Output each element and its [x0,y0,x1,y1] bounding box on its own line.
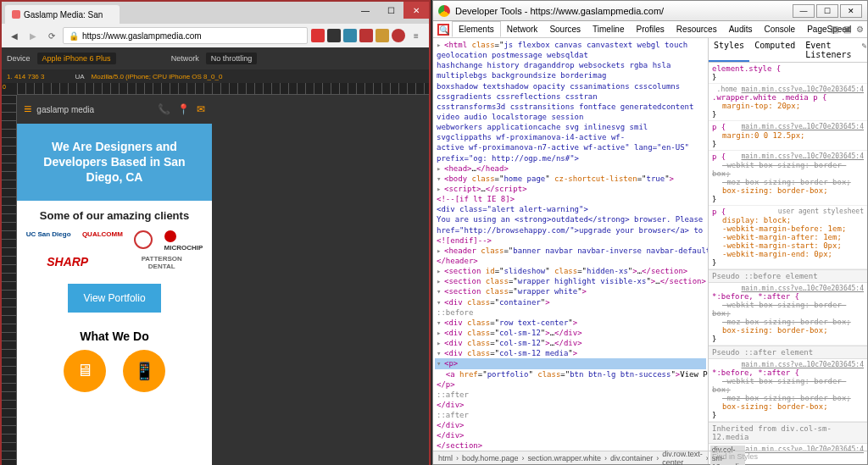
site-navbar: ≡ gaslamp media 📞 📍 ✉ [17,95,212,124]
find-in-styles-input[interactable]: Find in Styles [708,451,867,464]
device-info-bar: 1. 414 736 3 UA Mozilla/5.0 (iPhone; CPU… [2,69,429,83]
tab-sources[interactable]: Sources [543,22,587,36]
dt-close-button[interactable]: ✕ [840,4,862,18]
drawer-toggle-icon[interactable]: ▤ [831,25,838,34]
close-button[interactable]: ✕ [403,2,429,19]
ruler-origin: 0 [2,83,17,95]
mail-icon[interactable]: ✉ [197,103,205,115]
crumb[interactable]: div.container [609,454,654,462]
inspect-button-highlight[interactable]: 🔍 [437,24,449,36]
devtools-titlebar: Developer Tools - https://www.gaslampmed… [433,1,867,21]
new-rule-icon[interactable]: ✎ [861,41,866,59]
src-link[interactable]: main.min.css?ve…10c70e203645:4 [742,123,865,130]
mobile-viewport: ≡ gaslamp media 📞 📍 ✉ We Are Designers a… [17,95,212,465]
styles-tabs: Styles Computed Event Listeners ✎+≡ [709,38,867,63]
hamburger-icon[interactable]: ≡ [24,102,31,117]
pseudo-before-header: Pseudo ::before element [709,269,867,283]
inherited-col-header: Inherited from div.col-sm-12.media [709,422,867,444]
network-selector[interactable]: No throttling [206,53,258,64]
src-link[interactable]: main.min.css?ve…10c70e203645:4 [742,361,865,368]
dock-toggle-icon[interactable]: ▣ [843,25,851,34]
ext-icon-1[interactable] [311,29,325,42]
tab-timeline[interactable]: Timeline [587,22,630,36]
device-dims: 1. 414 736 3 [7,73,44,80]
selected-element[interactable]: ▾<p> [435,358,706,368]
service-icons: 🖥 📱 [17,350,212,401]
html-class-attrs: js flexbox canvas canvastext webgl touch… [437,41,698,163]
ext-icon-4[interactable] [359,29,373,42]
device-emulation-bar: Device Apple iPhone 6 Plus Network No th… [2,47,429,69]
ext-icon-3[interactable] [343,29,357,42]
crumb[interactable]: body.home.page [460,454,520,462]
forward-button[interactable]: ▶ [25,28,41,43]
ua-value: Mozilla/5.0 (iPhone; CPU iPhone OS 8_0_0 [92,73,223,80]
ext-icon-5[interactable] [376,29,389,42]
favicon-icon [12,10,20,19]
rule-selector: .wrapper.white .media p { [712,93,826,102]
client-sharp: SHARP [47,255,88,270]
phone-icon[interactable]: 📞 [158,103,170,115]
elements-panel[interactable]: ▸<html class="js flexbox canvas canvaste… [433,38,708,453]
styles-tab[interactable]: Styles [709,38,749,62]
element-style-header: element.style { [712,64,781,73]
network-label: Network [171,54,199,63]
event-listeners-tab[interactable]: Event Listeners [800,38,856,62]
browser-tab[interactable]: Gaslamp Media: San [5,5,120,24]
crumb[interactable]: div.row.text-center [660,450,704,466]
css-property-strike[interactable]: -webkit-box-sizing: border-box; [712,161,846,178]
back-button[interactable]: ◀ [7,28,22,43]
rule-selector: p { [712,152,726,161]
mobile-icon[interactable]: 📱 [123,350,165,392]
pseudo-after-header: Pseudo ::after element [709,346,867,359]
tab-network[interactable]: Network [501,22,544,36]
device-label: Device [7,54,31,63]
tab-title: Gaslamp Media: San [24,10,103,19]
css-property[interactable]: margin-top: 20px; [712,102,800,110]
gear-icon[interactable]: ⚙ [856,25,864,34]
device-selector[interactable]: Apple iPhone 6 Plus [37,53,116,64]
src-link[interactable]: main.min.css?ve…10c70e203645:4 [742,86,865,93]
device-preview-area: 0 ≡ gaslamp media 📞 📍 ✉ We Are Designers… [2,83,429,465]
dt-maximize-button[interactable]: ☐ [816,4,838,18]
dt-minimize-button[interactable]: — [793,4,815,18]
tab-elements[interactable]: Elements [452,21,501,37]
vertical-ruler [2,95,17,465]
maximize-button[interactable]: ☐ [378,2,403,19]
tab-profiles[interactable]: Profiles [630,22,670,36]
address-bar[interactable]: 🔒 https://www.gaslampmedia.com [63,27,308,44]
view-portfolio-button[interactable]: View Portfolio [68,284,160,313]
window-controls: — ☐ ✕ [353,2,429,19]
src-link[interactable]: main.min.css?ve…10c70e203645:4 [742,285,865,292]
css-property-strike[interactable]: -moz-box-sizing: border-box; [712,178,851,186]
crumb[interactable]: section.wrapper.white [526,454,603,462]
minimize-button[interactable]: — [353,2,378,19]
url-text: https://www.gaslampmedia.com [82,31,202,41]
tab-resources[interactable]: Resources [670,22,723,36]
css-property[interactable]: box-sizing: border-box; [712,186,828,195]
tab-audits[interactable]: Audits [723,22,759,36]
rule-selector: p { [712,208,726,216]
css-property[interactable]: margin:0 0 12.5px; [712,131,805,140]
lock-icon: 🔒 [69,31,79,41]
devtools-title: Developer Tools - https://www.gaslampmed… [455,6,664,16]
css-property: -webkit-margin-before: 1em; [712,224,846,233]
styles-panel[interactable]: Styles Computed Event Listeners ✎+≡ elem… [708,38,867,453]
tab-console[interactable]: Console [758,22,801,36]
ext-icon-2[interactable] [327,29,341,42]
ext-icon-6[interactable] [392,29,405,42]
menu-button[interactable]: ≡ [409,28,424,43]
crumb[interactable]: html [437,454,454,462]
desktop-icon[interactable]: 🖥 [64,350,106,392]
reload-button[interactable]: ⟳ [44,28,59,43]
src-link[interactable]: main.min.css?ve…10c70e203645:4 [742,152,865,160]
client-logos-grid: UC San Diego QUALCOMM MICROCHIP SHARP PA… [17,230,212,277]
client-number-logo [134,230,153,249]
client-patterson: PATTERSON DENTAL [142,255,182,270]
computed-tab[interactable]: Computed [749,38,800,62]
horizontal-ruler [17,83,429,95]
elements-breadcrumb[interactable]: html› body.home.page› section.wrapper.wh… [433,451,708,464]
browser-window: — ☐ ✕ Gaslamp Media: San ◀ ▶ ⟳ 🔒 https:/… [0,0,431,465]
css-property: -webkit-margin-after: 1em; [712,233,842,241]
client-qualcomm: QUALCOMM [82,230,123,252]
location-icon[interactable]: 📍 [177,103,190,115]
